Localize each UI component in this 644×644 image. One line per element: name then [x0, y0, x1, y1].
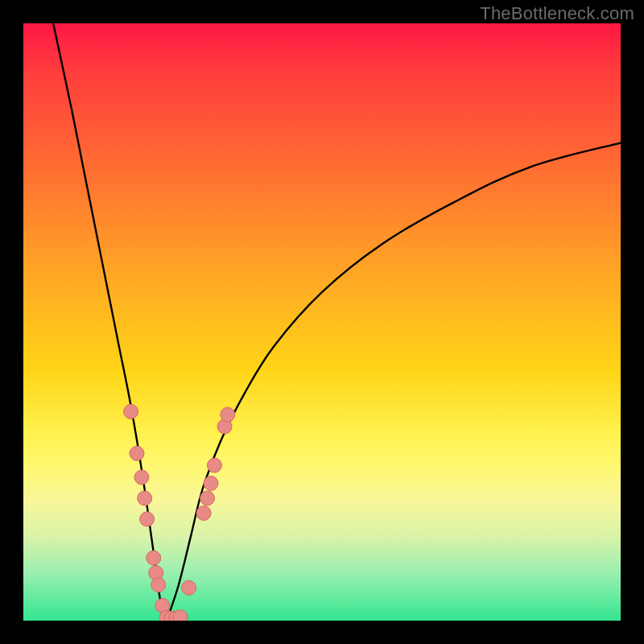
- benchmark-markers: [124, 404, 235, 621]
- benchmark-point: [204, 476, 218, 490]
- benchmark-point: [207, 458, 221, 473]
- benchmark-point: [130, 446, 144, 460]
- watermark-text: TheBottleneck.com: [480, 3, 634, 24]
- benchmark-point: [147, 551, 161, 565]
- benchmark-point: [138, 491, 152, 506]
- benchmark-point: [140, 512, 155, 526]
- benchmark-point: [134, 470, 149, 485]
- curve-left_branch: [53, 23, 167, 621]
- benchmark-point: [124, 404, 138, 419]
- bottleneck-curve: [53, 23, 621, 621]
- benchmark-point: [182, 580, 196, 595]
- benchmark-point: [151, 577, 166, 592]
- benchmark-point: [173, 610, 188, 621]
- curve-right_branch: [167, 142, 621, 621]
- benchmark-point: [200, 491, 215, 506]
- benchmark-point: [196, 506, 211, 520]
- benchmark-point: [221, 407, 235, 422]
- bottleneck-chart: [23, 23, 621, 621]
- chart-frame: [23, 23, 621, 621]
